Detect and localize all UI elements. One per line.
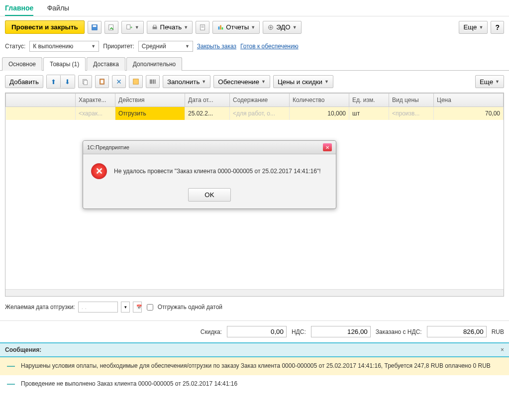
cell-pricetype[interactable]: <произв... <box>389 107 434 120</box>
create-based-on-button[interactable]: ▼ <box>121 21 144 34</box>
ready-supply-link[interactable]: Готов к обеспечению <box>240 43 299 50</box>
date-open-icon[interactable]: ▾ <box>121 302 130 313</box>
col-pricetype[interactable]: Вид цены <box>389 94 434 107</box>
svg-rect-10 <box>220 25 221 29</box>
messages-close-icon[interactable]: × <box>501 346 504 353</box>
move-up-icon[interactable]: ⬆ <box>47 75 61 88</box>
cell-qty[interactable]: 10,000 <box>290 107 349 120</box>
col-unit[interactable]: Ед. изм. <box>349 94 389 107</box>
post-and-close-button[interactable]: Провести и закрыть <box>5 20 85 34</box>
priority-select[interactable]: Средний▼ <box>138 41 193 52</box>
horizontal-scrollbar[interactable] <box>5 289 504 296</box>
error-dialog: 1С:Предприятие ✕ ✕ Не удалось провести "… <box>83 140 336 209</box>
tab-main[interactable]: Основное <box>2 57 42 71</box>
dialog-title: 1С:Предприятие <box>87 144 129 150</box>
cell-date[interactable]: 25.02.2... <box>185 107 230 120</box>
message-bullet-icon: — <box>7 380 15 388</box>
supply-button[interactable]: Обеспечение▼ <box>213 75 270 88</box>
cell-content[interactable]: <для работ, о... <box>230 107 290 120</box>
paste-icon[interactable] <box>95 75 109 88</box>
tab-extra[interactable]: Дополнительно <box>126 57 182 71</box>
copy-icon[interactable] <box>78 75 92 88</box>
svg-rect-9 <box>218 26 220 29</box>
cell-char[interactable]: <харак... <box>76 107 115 120</box>
status-select[interactable]: К выполнению▼ <box>29 41 99 52</box>
dialog-message: Не удалось провести "Заказ клиента 0000-… <box>114 168 320 175</box>
col-content[interactable]: Содержание <box>230 94 290 107</box>
svg-rect-3 <box>126 24 130 29</box>
ordered-value <box>427 326 487 337</box>
reports-button[interactable]: Отчеты▼ <box>212 21 260 34</box>
priority-label: Приоритет: <box>103 43 134 50</box>
date-calendar-icon[interactable]: 📅 <box>133 302 142 313</box>
message-text: Нарушены условия оплаты, необходимые для… <box>21 362 491 369</box>
move-down-icon[interactable]: ⬇ <box>61 75 75 88</box>
barcode-icon[interactable] <box>146 75 160 88</box>
col-qty[interactable]: Количество <box>290 94 349 107</box>
prices-discounts-button[interactable]: Цены и скидки▼ <box>273 75 333 88</box>
fill-button[interactable]: Заполнить▼ <box>163 75 210 88</box>
message-item[interactable]: — Нарушены условия оплаты, необходимые д… <box>0 357 509 375</box>
close-icon[interactable]: ✕ <box>323 143 332 151</box>
status-label: Статус: <box>5 43 25 50</box>
tab-delivery[interactable]: Доставка <box>87 57 125 71</box>
svg-rect-1 <box>93 25 96 27</box>
svg-rect-16 <box>101 80 103 84</box>
more-button[interactable]: Еще▼ <box>459 21 488 34</box>
currency-label: RUB <box>492 328 504 335</box>
close-order-link[interactable]: Закрыть заказ <box>197 43 236 50</box>
message-bullet-icon: — <box>7 362 15 370</box>
message-item[interactable]: — Проведение не выполнено Заказ клиента … <box>0 375 509 393</box>
cell-action[interactable]: Отгрузить <box>115 107 185 120</box>
vat-value <box>311 326 371 337</box>
col-char[interactable]: Характе... <box>76 94 115 107</box>
col-action[interactable]: Действия <box>115 94 185 107</box>
col-date[interactable]: Дата от... <box>185 94 230 107</box>
col-price[interactable]: Цена <box>434 94 504 107</box>
ship-date-label: Желаемая дата отгрузки: <box>5 304 75 311</box>
goods-grid[interactable]: Характе... Действия Дата от... Содержани… <box>5 93 504 297</box>
message-text: Проведение не выполнено Заказ клиента 00… <box>21 380 237 387</box>
print-button[interactable]: Печать▼ <box>147 21 193 34</box>
svg-rect-11 <box>222 27 223 29</box>
cell-unit[interactable]: шт <box>349 107 389 120</box>
table-row[interactable]: <харак... Отгрузить 25.02.2... <для рабо… <box>6 107 504 120</box>
discount-value <box>227 326 287 337</box>
one-date-label: Отгружать одной датой <box>158 304 222 311</box>
nav-main[interactable]: Главное <box>5 4 33 16</box>
vat-label: НДС: <box>292 328 306 335</box>
nav-files[interactable]: Файлы <box>47 4 69 12</box>
save-icon[interactable] <box>88 21 102 34</box>
one-date-checkbox[interactable] <box>147 304 153 311</box>
ordered-label: Заказано с НДС: <box>376 328 422 335</box>
error-icon: ✕ <box>91 163 107 179</box>
cell-price[interactable]: 70,00 <box>434 107 504 120</box>
ship-date-input[interactable]: . . <box>78 302 118 313</box>
split-icon[interactable] <box>112 75 126 88</box>
add-row-button[interactable]: Добавить <box>5 75 43 88</box>
edo-button[interactable]: ЭДО▼ <box>263 21 301 34</box>
messages-title: Сообщения: <box>5 346 41 353</box>
help-button[interactable]: ? <box>491 21 504 34</box>
post-icon[interactable] <box>104 21 118 34</box>
svg-rect-5 <box>153 25 156 27</box>
pick-icon[interactable] <box>129 75 143 88</box>
svg-rect-14 <box>84 80 87 85</box>
svg-rect-17 <box>133 79 139 85</box>
grid-more-button[interactable]: Еще▼ <box>475 75 504 88</box>
ok-button[interactable]: OK <box>188 188 230 202</box>
attach-icon[interactable] <box>196 21 209 34</box>
tab-goods[interactable]: Товары (1) <box>43 57 86 71</box>
discount-label: Скидка: <box>201 328 222 335</box>
